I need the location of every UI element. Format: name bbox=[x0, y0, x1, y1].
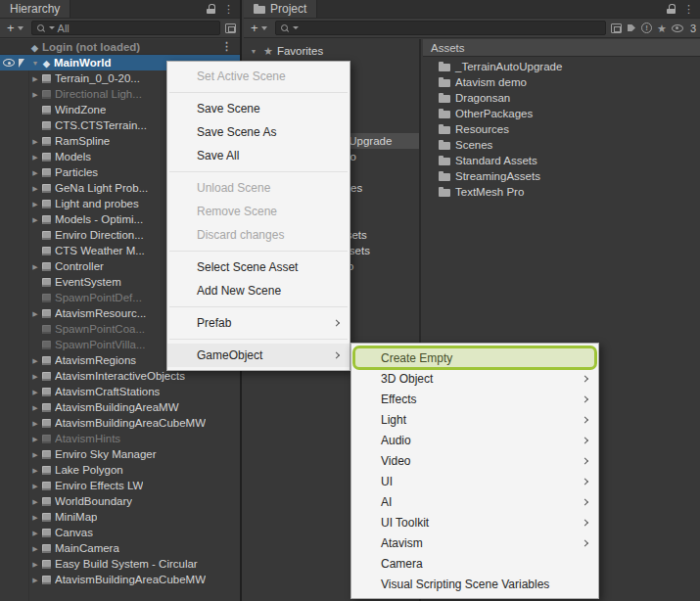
hierarchy-item[interactable]: AtavismBuildingAreaCubeMW bbox=[0, 415, 240, 431]
add-asset-button[interactable]: + bbox=[248, 22, 270, 34]
expand-arrow-icon[interactable] bbox=[29, 154, 41, 161]
kebab-menu-icon[interactable] bbox=[683, 4, 694, 15]
expand-arrow-icon[interactable] bbox=[29, 577, 41, 583]
hierarchy-item[interactable]: AtavismBuildingAreaCubeMW bbox=[0, 572, 240, 587]
add-gameobject-button[interactable]: + bbox=[4, 22, 26, 34]
collapse-arrow-icon[interactable] bbox=[29, 60, 41, 67]
expand-arrow-icon[interactable] bbox=[29, 514, 41, 521]
hierarchy-item[interactable]: AtavismHints bbox=[0, 431, 240, 446]
menu-item[interactable]: Add New Scene bbox=[167, 279, 350, 302]
scene-visibility-eye-icon[interactable] bbox=[3, 59, 15, 67]
asset-folder[interactable]: Scenes bbox=[423, 137, 700, 153]
menu-item[interactable]: UI Toolkit bbox=[351, 512, 598, 532]
menu-item-label: Save Scene As bbox=[197, 125, 276, 139]
hierarchy-item[interactable]: Enviro Effects LW bbox=[0, 478, 240, 493]
expand-arrow-icon[interactable] bbox=[29, 420, 41, 427]
expand-arrow-icon[interactable] bbox=[29, 467, 41, 474]
expand-arrow-icon[interactable] bbox=[29, 310, 41, 317]
search-by-label-icon[interactable] bbox=[627, 23, 636, 33]
scene-picking-icon[interactable] bbox=[18, 59, 25, 68]
menu-item[interactable]: Video bbox=[351, 450, 598, 471]
asset-folder[interactable]: Standard Assets bbox=[423, 153, 700, 168]
scene-row-login[interactable]: Login (not loaded) bbox=[0, 39, 240, 55]
expand-arrow-icon[interactable] bbox=[29, 389, 41, 395]
asset-folder[interactable]: TextMesh Pro bbox=[423, 184, 700, 200]
menu-item[interactable]: GameObject bbox=[167, 344, 350, 367]
expand-arrow-icon[interactable] bbox=[29, 404, 41, 411]
menu-item[interactable]: Light bbox=[351, 409, 598, 430]
hierarchy-item[interactable]: AtavismCraftStations bbox=[0, 384, 240, 399]
expand-arrow-icon[interactable] bbox=[29, 201, 41, 208]
kebab-menu-icon[interactable] bbox=[223, 4, 234, 15]
asset-folder[interactable]: Atavism demo bbox=[423, 74, 700, 90]
menu-item[interactable]: Save Scene bbox=[167, 97, 350, 120]
expand-arrow-icon[interactable] bbox=[29, 138, 41, 145]
hierarchy-item[interactable]: Enviro Sky Manager bbox=[0, 446, 240, 462]
hierarchy-item[interactable]: MainCamera bbox=[0, 540, 240, 556]
menu-item[interactable]: Create Empty bbox=[351, 347, 598, 368]
expand-arrow-icon[interactable] bbox=[29, 545, 41, 552]
lock-icon[interactable] bbox=[207, 4, 215, 14]
menu-item[interactable]: Select Scene Asset bbox=[167, 255, 350, 279]
menu-item[interactable]: AI bbox=[351, 491, 598, 512]
expand-arrow-icon[interactable] bbox=[29, 185, 41, 192]
tab-project[interactable]: Project bbox=[244, 0, 317, 18]
asset-folder[interactable]: Dragonsan bbox=[423, 90, 700, 106]
submenu-arrow-icon bbox=[333, 351, 340, 358]
expand-arrow-icon[interactable] bbox=[29, 561, 41, 568]
asset-folder[interactable]: _TerrainAutoUpgrade bbox=[423, 59, 700, 74]
menu-item[interactable]: Atavism bbox=[351, 532, 598, 553]
hierarchy-item[interactable]: Canvas bbox=[0, 525, 240, 540]
expand-arrow-icon[interactable] bbox=[29, 263, 41, 270]
expand-arrow-icon[interactable] bbox=[29, 216, 41, 223]
menu-item[interactable]: 3D Object bbox=[351, 368, 598, 389]
project-search-input[interactable] bbox=[275, 21, 606, 35]
hierarchy-item[interactable]: Easy Build System - Circular bbox=[0, 556, 240, 572]
folder-icon bbox=[439, 95, 450, 103]
menu-item[interactable]: Prefab bbox=[167, 311, 350, 335]
hierarchy-item-label: EventSystem bbox=[55, 276, 121, 288]
open-search-window-icon[interactable] bbox=[225, 23, 236, 33]
asset-folder[interactable]: StreamingAssets bbox=[423, 168, 700, 184]
hidden-packages-eye-icon[interactable] bbox=[672, 24, 683, 32]
expand-arrow-icon[interactable] bbox=[29, 357, 41, 364]
asset-folder[interactable]: Resources bbox=[423, 121, 700, 137]
menu-item[interactable]: UI bbox=[351, 471, 598, 491]
menu-item[interactable]: Camera bbox=[351, 553, 598, 574]
menu-item[interactable]: Visual Scripting Scene Variables bbox=[351, 574, 598, 594]
menu-separator bbox=[169, 306, 348, 307]
expand-arrow-icon[interactable] bbox=[29, 91, 41, 98]
expand-arrow-icon[interactable] bbox=[29, 75, 41, 82]
favorites-row[interactable]: Favorites bbox=[244, 43, 419, 59]
assets-breadcrumb-header: Assets bbox=[423, 39, 700, 57]
hierarchy-search-input[interactable]: All bbox=[31, 21, 220, 35]
collapse-arrow-icon[interactable] bbox=[248, 48, 259, 55]
expand-arrow-icon[interactable] bbox=[29, 498, 41, 505]
hierarchy-item[interactable]: Lake Polygon bbox=[0, 462, 240, 478]
hierarchy-toolbar: + All bbox=[0, 19, 240, 38]
asset-folder[interactable]: OtherPackages bbox=[423, 106, 700, 121]
gameobject-icon bbox=[42, 372, 51, 381]
tab-hierarchy[interactable]: Hierarchy bbox=[0, 0, 70, 18]
hierarchy-item[interactable]: WorldBoundary bbox=[0, 493, 240, 509]
expand-arrow-icon[interactable] bbox=[29, 530, 41, 536]
menu-item[interactable]: Audio bbox=[351, 430, 598, 450]
submenu-arrow-icon bbox=[582, 375, 588, 382]
expand-arrow-icon[interactable] bbox=[29, 451, 41, 458]
menu-item[interactable]: Save Scene As bbox=[167, 120, 350, 144]
lock-icon[interactable] bbox=[667, 4, 676, 14]
gameobject-icon bbox=[42, 74, 51, 83]
gameobject-icon bbox=[42, 513, 51, 522]
expand-arrow-icon[interactable] bbox=[29, 436, 41, 442]
scene-options-kebab-icon[interactable] bbox=[221, 41, 240, 52]
expand-arrow-icon[interactable] bbox=[29, 169, 41, 176]
hierarchy-item[interactable]: AtavismBuildingAreaMW bbox=[0, 399, 240, 415]
menu-item[interactable]: Effects bbox=[351, 389, 598, 409]
expand-arrow-icon[interactable] bbox=[29, 483, 41, 489]
expand-arrow-icon[interactable] bbox=[29, 373, 41, 380]
hierarchy-item[interactable]: MiniMap bbox=[0, 509, 240, 525]
open-search-window-icon[interactable] bbox=[611, 23, 622, 33]
save-search-star-icon[interactable] bbox=[657, 23, 667, 34]
info-icon[interactable] bbox=[641, 23, 652, 33]
menu-item[interactable]: Save All bbox=[167, 144, 350, 167]
